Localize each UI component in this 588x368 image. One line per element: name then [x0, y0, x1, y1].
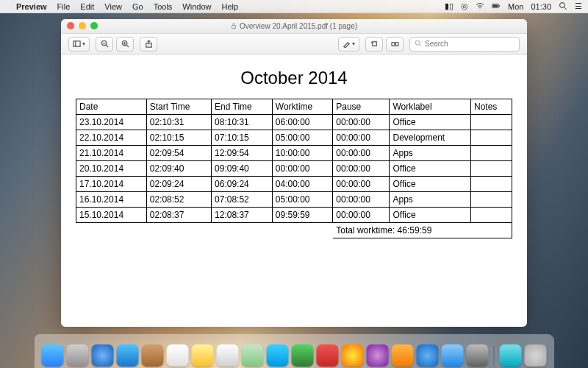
cell-start: 02:08:37 [146, 208, 211, 223]
search-icon [415, 40, 422, 49]
window-titlebar[interactable]: Overview 20.April 2015.pdf (1 page) [61, 19, 527, 34]
dock-app-reminders[interactable] [217, 344, 239, 367]
cell-worktime: 09:59:59 [272, 208, 332, 223]
cell-date: 21.10.2014 [76, 146, 147, 161]
dock-app-notes[interactable] [192, 344, 214, 367]
cell-notes [471, 161, 512, 177]
cell-date: 15.10.2014 [76, 208, 147, 223]
rotate-button[interactable] [365, 37, 383, 52]
menubar-item-tools[interactable]: Tools [154, 2, 173, 11]
dock-app-ibooks[interactable] [392, 344, 414, 367]
cell-pause: 00:00:00 [333, 177, 390, 192]
dock-app-facetime[interactable] [292, 344, 314, 367]
cell-pause: 00:00:00 [333, 146, 390, 161]
cell-date: 17.10.2014 [76, 177, 147, 192]
svg-point-18 [394, 43, 395, 45]
dock-app-photos[interactable] [342, 344, 364, 367]
table-row: 20.10.201402:09:4009:09:4000:00:0000:00:… [76, 161, 512, 177]
close-button[interactable] [67, 22, 74, 29]
menubar-app-name[interactable]: Preview [16, 2, 47, 11]
column-header: End Time [212, 99, 273, 115]
cell-label: Apps [390, 146, 471, 161]
dock-app-launchpad[interactable] [67, 344, 89, 367]
dock-app-safari[interactable] [92, 344, 114, 367]
cell-start: 02:09:54 [146, 146, 211, 161]
highlight-button[interactable]: ▾ [338, 37, 359, 52]
menubar-item-file[interactable]: File [57, 2, 71, 11]
cell-worktime: 05:00:00 [272, 130, 332, 146]
column-header: Pause [333, 99, 390, 115]
battery-icon[interactable] [492, 1, 501, 12]
cell-worktime: 00:00:00 [272, 161, 332, 177]
search-box[interactable] [409, 37, 520, 52]
table-row: 22.10.201402:10:1507:10:1505:00:0000:00:… [76, 130, 512, 146]
cell-end: 07:10:15 [212, 130, 273, 146]
dock-app-itunes[interactable] [367, 344, 389, 367]
dock-app-downloads[interactable] [500, 344, 522, 367]
cell-label: Apps [390, 192, 471, 208]
zoom-in-button[interactable] [116, 37, 134, 52]
table-row: 16.10.201402:08:5207:08:5205:00:0000:00:… [76, 192, 512, 208]
search-input[interactable] [425, 40, 514, 48]
menubar-item-help[interactable]: Help [221, 2, 238, 11]
dock-app-system-preferences[interactable] [467, 344, 489, 367]
cell-notes [471, 146, 512, 161]
svg-rect-5 [232, 26, 235, 29]
cell-worktime: 05:00:00 [272, 192, 332, 208]
status-icon[interactable]: ▮▯ [445, 1, 453, 11]
column-header: Worktime [272, 99, 332, 115]
menubar-item-edit[interactable]: Edit [80, 2, 94, 11]
svg-point-19 [415, 40, 420, 45]
cell-notes [471, 177, 512, 192]
dock-trash[interactable] [525, 344, 547, 367]
wifi-icon[interactable] [476, 1, 484, 12]
svg-rect-16 [372, 42, 376, 46]
window-title: Overview 20.April 2015.pdf (1 page) [240, 22, 357, 30]
dock-app-contacts[interactable] [142, 344, 164, 367]
svg-rect-1 [499, 4, 500, 6]
menubar: Preview File Edit View Go Tools Window H… [0, 0, 588, 13]
cell-worktime: 10:00:00 [272, 146, 332, 161]
menubar-item-go[interactable]: Go [132, 2, 143, 11]
share-button[interactable] [140, 37, 157, 52]
dock-app-messages[interactable] [267, 344, 289, 367]
dock-app-preview[interactable] [442, 344, 464, 367]
dock-app-appstore[interactable] [417, 344, 439, 367]
minimize-button[interactable] [79, 22, 86, 29]
cell-worktime: 04:00:00 [272, 177, 332, 192]
zoom-out-button[interactable] [96, 37, 113, 52]
cell-start: 02:09:40 [146, 161, 211, 177]
table-row: 23.10.201402:10:3108:10:3106:00:0000:00:… [76, 115, 512, 130]
cell-start: 02:10:31 [146, 115, 211, 130]
dock-app-mail[interactable] [117, 344, 139, 367]
cell-pause: 00:00:00 [333, 115, 390, 130]
markup-button[interactable] [386, 37, 404, 52]
summary-cell: Total worktime: 46:59:59 [333, 223, 512, 238]
dock-app-finder[interactable] [42, 344, 64, 367]
cell-end: 08:10:31 [212, 115, 273, 130]
cell-pause: 00:00:00 [333, 208, 390, 223]
cell-notes [471, 130, 512, 146]
airdrop-icon[interactable]: ◎ [461, 1, 468, 11]
cell-date: 23.10.2014 [76, 115, 147, 130]
dock-app-calendar[interactable] [167, 344, 189, 367]
notification-center-icon[interactable]: ☰ [575, 1, 582, 11]
svg-line-4 [564, 7, 567, 10]
lock-icon [231, 22, 237, 30]
spotlight-icon[interactable] [559, 1, 567, 12]
svg-point-3 [560, 2, 565, 7]
menubar-item-window[interactable]: Window [182, 2, 211, 11]
cell-date: 20.10.2014 [76, 161, 147, 177]
cell-label: Office [390, 177, 471, 192]
dock-app-photobooth[interactable] [317, 344, 339, 367]
clock-time[interactable]: 01:30 [531, 2, 551, 11]
document-content: October 2014 DateStart TimeEnd TimeWorkt… [61, 54, 527, 327]
clock-day[interactable]: Mon [508, 2, 523, 11]
maximize-button[interactable] [90, 22, 98, 29]
svg-line-12 [126, 45, 129, 47]
cell-start: 02:08:52 [146, 192, 211, 208]
column-header: Notes [471, 99, 512, 115]
dock-app-maps[interactable] [242, 344, 264, 367]
sidebar-view-button[interactable]: ▾ [68, 37, 90, 52]
menubar-item-view[interactable]: View [104, 2, 122, 11]
